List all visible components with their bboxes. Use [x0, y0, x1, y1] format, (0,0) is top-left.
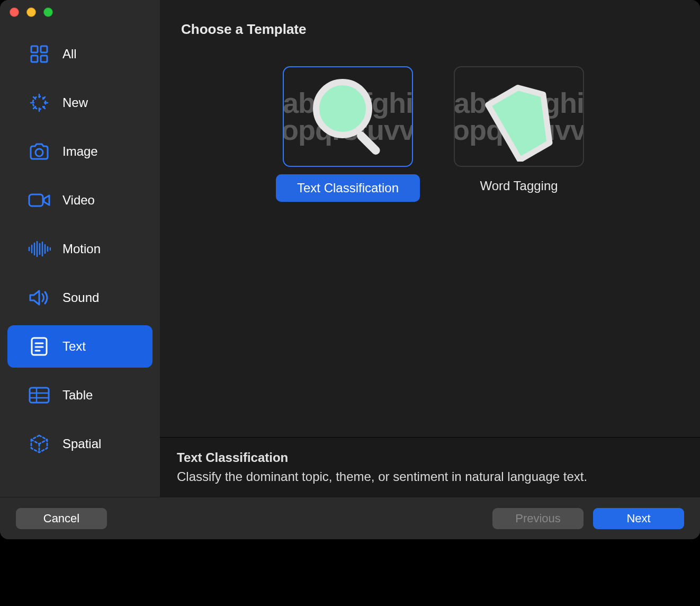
table-icon	[28, 384, 51, 407]
sidebar-item-spatial[interactable]: Spatial	[7, 423, 152, 465]
video-icon	[28, 189, 51, 212]
text-doc-icon	[28, 335, 51, 358]
info-desc: Classify the dominant topic, theme, or s…	[177, 469, 683, 484]
sidebar-item-label: New	[62, 95, 88, 110]
cancel-button[interactable]: Cancel	[16, 508, 107, 529]
sidebar-item-label: Table	[62, 388, 93, 403]
footer: Cancel Previous Next	[0, 497, 700, 539]
svg-rect-2	[31, 56, 38, 62]
sidebar-item-label: Text	[62, 339, 86, 354]
template-text-classification[interactable]: abcdefghiopqrstuvv Text Classification	[276, 66, 420, 202]
sidebar-item-all[interactable]: All	[7, 33, 152, 75]
template-thumb: abcdefghiopqrstuvv	[283, 66, 413, 167]
svg-rect-3	[41, 56, 47, 62]
camera-icon	[28, 140, 51, 163]
template-label: Text Classification	[276, 174, 420, 202]
svg-rect-0	[31, 46, 38, 52]
main-pane: Choose a Template abcdefghiopqrstuvv Tex…	[160, 0, 700, 497]
grid-icon	[28, 42, 51, 66]
sparkle-icon	[28, 91, 51, 114]
info-title: Text Classification	[177, 450, 683, 465]
sidebar-item-label: Spatial	[62, 436, 101, 451]
speaker-icon	[28, 286, 51, 309]
svg-point-32	[316, 82, 369, 135]
svg-rect-28	[30, 388, 49, 403]
sidebar-item-text[interactable]: Text	[7, 325, 152, 368]
cube3d-icon	[28, 432, 51, 456]
wave-icon	[28, 237, 51, 261]
sidebar-item-new[interactable]: New	[7, 82, 152, 124]
sidebar-item-table[interactable]: Table	[7, 374, 152, 416]
sidebar-item-image[interactable]: Image	[7, 130, 152, 173]
sidebar: All	[0, 0, 160, 497]
next-button[interactable]: Next	[593, 508, 684, 529]
sidebar-item-label: Video	[62, 193, 95, 208]
zoom-icon[interactable]	[43, 7, 53, 17]
close-icon[interactable]	[10, 7, 19, 17]
svg-rect-33	[355, 130, 382, 156]
template-word-tagging[interactable]: abcdefghiopqrstuvv Word Tagging	[454, 66, 584, 198]
previous-button: Previous	[492, 508, 584, 529]
main-header: Choose a Template	[160, 0, 700, 44]
template-grid: abcdefghiopqrstuvv Text Classification a…	[160, 44, 700, 437]
template-chooser-window: All	[0, 0, 700, 539]
info-bar: Text Classification Classify the dominan…	[160, 437, 700, 497]
template-label: Word Tagging	[464, 174, 573, 198]
svg-rect-1	[41, 46, 47, 52]
titlebar	[0, 0, 62, 24]
sidebar-item-motion[interactable]: Motion	[7, 228, 152, 270]
svg-rect-14	[29, 194, 43, 206]
template-thumb: abcdefghiopqrstuvv	[454, 66, 584, 167]
sidebar-item-label: All	[62, 47, 77, 61]
minimize-icon[interactable]	[26, 7, 36, 17]
sidebar-item-video[interactable]: Video	[7, 179, 152, 221]
svg-point-13	[35, 149, 43, 156]
page-title: Choose a Template	[181, 21, 679, 38]
sidebar-item-label: Sound	[62, 290, 99, 305]
sidebar-item-sound[interactable]: Sound	[7, 277, 152, 319]
sidebar-item-label: Motion	[62, 242, 101, 256]
sidebar-item-label: Image	[62, 144, 98, 159]
